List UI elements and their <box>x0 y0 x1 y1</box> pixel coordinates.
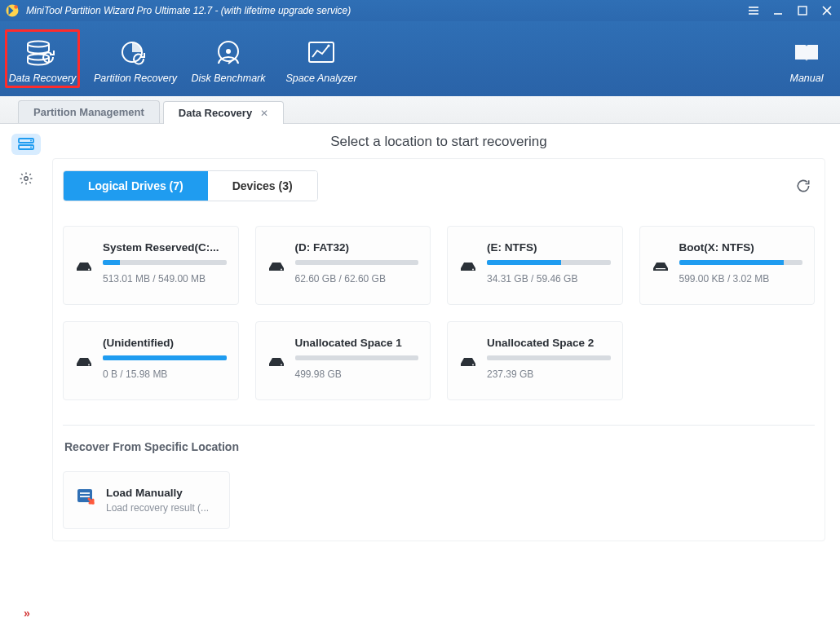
drive-title: (D: FAT32) <box>295 241 419 254</box>
tab-label: Logical Drives (7) <box>88 179 183 192</box>
refresh-button[interactable] <box>792 174 815 197</box>
svg-point-28 <box>472 364 474 366</box>
svg-rect-30 <box>80 492 90 494</box>
manual-subtitle: Load recovery result (... <box>106 499 209 514</box>
drive-card[interactable]: (Unidentified) 0 B / 15.98 MB <box>63 321 239 400</box>
manual-book-icon <box>789 37 825 69</box>
close-tab-icon[interactable]: ✕ <box>260 108 268 119</box>
tab-devices[interactable]: Devices (3) <box>208 171 317 201</box>
data-recovery-icon <box>24 37 60 69</box>
load-manually-card[interactable]: Load Manually Load recovery result (... <box>63 471 230 529</box>
svg-point-24 <box>472 269 474 271</box>
svg-point-26 <box>88 364 90 366</box>
drive-card[interactable]: Unallocated Space 2 237.39 GB <box>447 321 623 400</box>
toolbar-partition-recovery[interactable]: Partition Recovery <box>98 32 173 86</box>
space-analyzer-icon <box>303 37 339 69</box>
tab-logical-drives[interactable]: Logical Drives (7) <box>64 171 208 201</box>
disk-benchmark-icon <box>210 37 246 69</box>
usage-bar <box>679 260 803 265</box>
svg-point-1 <box>14 5 18 9</box>
hdd-icon <box>75 241 95 272</box>
svg-point-13 <box>226 49 231 54</box>
toolbar-manual[interactable]: Manual <box>778 32 835 86</box>
svg-point-9 <box>28 42 49 47</box>
usage-bar <box>295 260 419 265</box>
drive-size: 513.01 MB / 549.00 MB <box>103 273 227 285</box>
rail-expand-button[interactable]: » <box>24 607 29 626</box>
drive-size: 237.39 GB <box>487 368 611 380</box>
rail-drives-button[interactable] <box>11 134 41 155</box>
svg-rect-31 <box>80 496 90 497</box>
drive-title: (Unidentified) <box>103 337 227 349</box>
app-logo-icon <box>5 3 20 18</box>
minimize-button[interactable] <box>771 4 785 17</box>
toolbar: Data Recovery Partition Recovery Disk Be… <box>0 21 840 96</box>
titlebar: MiniTool Partition Wizard Pro Ultimate 1… <box>0 0 840 21</box>
svg-point-10 <box>28 55 49 60</box>
drive-size: 34.31 GB / 59.46 GB <box>487 273 611 285</box>
manual-title: Load Manually <box>106 487 209 499</box>
hdd-icon <box>459 241 479 272</box>
usage-bar <box>103 260 227 265</box>
svg-point-27 <box>281 364 282 366</box>
toolbar-item-label: Manual <box>790 73 824 84</box>
toolbar-item-label: Disk Benchmark <box>192 73 266 84</box>
svg-point-21 <box>24 177 29 181</box>
window-title: MiniTool Partition Wizard Pro Ultimate 1… <box>26 5 351 16</box>
tab-data-recovery[interactable]: Data Recovery ✕ <box>163 101 284 124</box>
svg-rect-6 <box>798 7 807 15</box>
load-manually-icon <box>75 487 96 510</box>
page-heading: Select a location to start recovering <box>52 129 825 158</box>
toolbar-data-recovery[interactable]: Data Recovery <box>5 29 80 88</box>
drive-card[interactable]: System Reserved(C:... 513.01 MB / 549.00… <box>63 226 239 305</box>
tab-label: Data Recovery <box>179 107 252 119</box>
toolbar-item-label: Partition Recovery <box>94 73 177 84</box>
page-tabs: Partition Management Data Recovery ✕ <box>0 96 840 124</box>
svg-rect-25 <box>656 268 665 269</box>
toolbar-space-analyzer[interactable]: Space Analyzer <box>284 32 359 86</box>
hdd-icon <box>652 241 671 272</box>
maximize-button[interactable] <box>796 4 809 17</box>
drive-title: Boot(X: NTFS) <box>679 241 803 254</box>
drive-size: 599.00 KB / 3.02 MB <box>679 273 803 285</box>
drive-card[interactable]: (D: FAT32) 62.60 GB / 62.60 GB <box>255 226 431 305</box>
toolbar-item-label: Space Analyzer <box>285 73 356 84</box>
menu-button[interactable] <box>747 4 760 17</box>
svg-point-23 <box>281 269 282 271</box>
drive-card[interactable]: Unallocated Space 1 499.98 GB <box>255 321 431 400</box>
drive-title: System Reserved(C:... <box>103 241 227 254</box>
drive-title: (E: NTFS) <box>487 241 611 254</box>
hdd-icon <box>267 337 287 368</box>
tab-label: Partition Management <box>33 106 144 118</box>
drive-size: 0 B / 15.98 MB <box>103 368 227 380</box>
close-button[interactable] <box>820 4 833 17</box>
drive-title: Unallocated Space 1 <box>295 337 419 349</box>
svg-point-22 <box>88 269 90 271</box>
svg-point-16 <box>327 44 329 46</box>
toolbar-disk-benchmark[interactable]: Disk Benchmark <box>191 32 266 86</box>
left-rail: » <box>0 124 52 631</box>
usage-bar <box>103 355 227 360</box>
recover-section-caption: Recover From Specific Location <box>63 437 815 457</box>
partition-recovery-icon <box>117 37 153 69</box>
rail-settings-button[interactable] <box>11 168 41 189</box>
svg-point-20 <box>30 147 32 148</box>
usage-bar <box>295 355 419 360</box>
drive-size: 62.60 GB / 62.60 GB <box>295 273 419 285</box>
drive-grid: System Reserved(C:... 513.01 MB / 549.00… <box>63 226 815 400</box>
svg-point-19 <box>30 140 32 142</box>
tab-partition-management[interactable]: Partition Management <box>18 100 160 123</box>
usage-bar <box>487 260 611 265</box>
usage-bar <box>487 355 611 360</box>
drive-title: Unallocated Space 2 <box>487 337 611 349</box>
drive-card[interactable]: Boot(X: NTFS) 599.00 KB / 3.02 MB <box>639 226 816 305</box>
tab-label: Devices (3) <box>232 179 293 192</box>
hdd-icon <box>267 241 287 272</box>
drive-tab-group: Logical Drives (7) Devices (3) <box>63 170 318 201</box>
drive-size: 499.98 GB <box>295 368 419 380</box>
hdd-icon <box>75 337 95 368</box>
drive-card[interactable]: (E: NTFS) 34.31 GB / 59.46 GB <box>447 226 623 305</box>
main-panel: Logical Drives (7) Devices (3) <box>52 158 825 541</box>
hdd-icon <box>459 337 479 368</box>
section-divider <box>63 425 815 426</box>
